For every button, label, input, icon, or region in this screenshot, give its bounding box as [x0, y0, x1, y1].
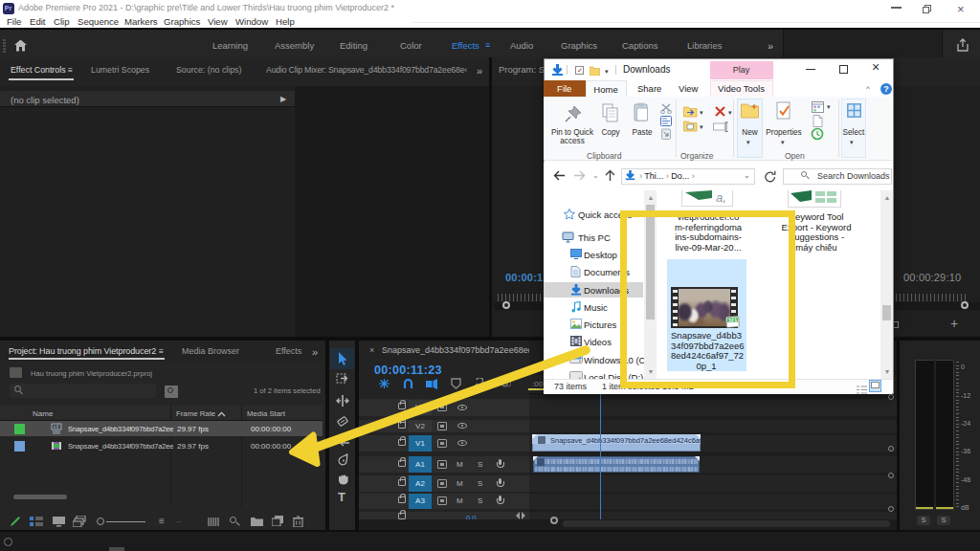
svg-text:a,: a,: [716, 190, 726, 205]
